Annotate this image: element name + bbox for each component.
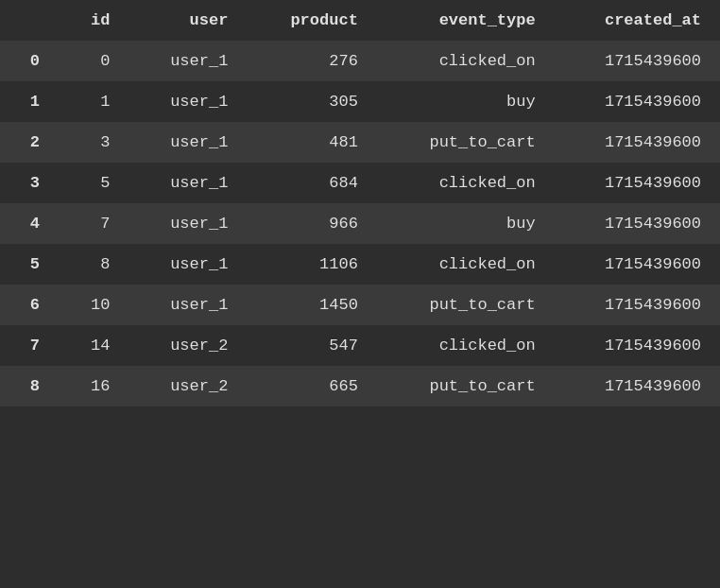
cell-index: 2 — [0, 122, 59, 163]
cell-id: 8 — [59, 244, 129, 285]
header-user: user — [129, 0, 247, 41]
cell-product: 547 — [247, 325, 376, 366]
table-row: 58user_11106clicked_on1715439600 — [0, 244, 720, 285]
cell-created-at: 1715439600 — [555, 122, 720, 163]
cell-index: 7 — [0, 325, 59, 366]
cell-product: 276 — [247, 41, 376, 81]
cell-event-type: put_to_cart — [377, 366, 555, 406]
cell-event-type: clicked_on — [377, 325, 555, 366]
table-row: 714user_2547clicked_on1715439600 — [0, 325, 720, 366]
cell-id: 0 — [59, 41, 129, 81]
cell-id: 5 — [59, 163, 129, 203]
cell-event-type: put_to_cart — [377, 285, 555, 325]
cell-event-type: clicked_on — [377, 163, 555, 203]
cell-index: 8 — [0, 366, 59, 406]
cell-index: 0 — [0, 41, 59, 81]
header-event-type: event_type — [377, 0, 555, 41]
cell-index: 6 — [0, 285, 59, 325]
cell-user: user_1 — [129, 163, 247, 203]
header-created-at: created_at — [555, 0, 720, 41]
cell-event-type: buy — [377, 203, 555, 244]
cell-created-at: 1715439600 — [555, 244, 720, 285]
cell-index: 1 — [0, 81, 59, 122]
header-product: product — [247, 0, 376, 41]
table-header-row: id user product event_type created_at — [0, 0, 720, 41]
cell-index: 3 — [0, 163, 59, 203]
cell-created-at: 1715439600 — [555, 325, 720, 366]
cell-user: user_1 — [129, 285, 247, 325]
cell-id: 10 — [59, 285, 129, 325]
table-row: 816user_2665put_to_cart1715439600 — [0, 366, 720, 406]
table-row: 00user_1276clicked_on1715439600 — [0, 41, 720, 81]
cell-user: user_1 — [129, 203, 247, 244]
cell-created-at: 1715439600 — [555, 81, 720, 122]
cell-user: user_1 — [129, 81, 247, 122]
cell-product: 665 — [247, 366, 376, 406]
cell-product: 684 — [247, 163, 376, 203]
cell-index: 4 — [0, 203, 59, 244]
table-row: 610user_11450put_to_cart1715439600 — [0, 285, 720, 325]
cell-id: 16 — [59, 366, 129, 406]
cell-created-at: 1715439600 — [555, 163, 720, 203]
header-id: id — [59, 0, 129, 41]
cell-event-type: clicked_on — [377, 244, 555, 285]
table-row: 35user_1684clicked_on1715439600 — [0, 163, 720, 203]
cell-id: 1 — [59, 81, 129, 122]
cell-user: user_1 — [129, 41, 247, 81]
table-row: 47user_1966buy1715439600 — [0, 203, 720, 244]
header-index — [0, 0, 59, 41]
cell-product: 1106 — [247, 244, 376, 285]
cell-user: user_2 — [129, 325, 247, 366]
data-table: id user product event_type created_at 00… — [0, 0, 720, 406]
cell-product: 305 — [247, 81, 376, 122]
cell-created-at: 1715439600 — [555, 41, 720, 81]
cell-user: user_1 — [129, 122, 247, 163]
cell-event-type: buy — [377, 81, 555, 122]
cell-id: 7 — [59, 203, 129, 244]
cell-product: 966 — [247, 203, 376, 244]
cell-user: user_1 — [129, 244, 247, 285]
cell-product: 1450 — [247, 285, 376, 325]
cell-created-at: 1715439600 — [555, 285, 720, 325]
cell-event-type: clicked_on — [377, 41, 555, 81]
cell-id: 14 — [59, 325, 129, 366]
table-row: 23user_1481put_to_cart1715439600 — [0, 122, 720, 163]
cell-product: 481 — [247, 122, 376, 163]
table-container: id user product event_type created_at 00… — [0, 0, 720, 406]
table-row: 11user_1305buy1715439600 — [0, 81, 720, 122]
cell-created-at: 1715439600 — [555, 366, 720, 406]
cell-index: 5 — [0, 244, 59, 285]
cell-event-type: put_to_cart — [377, 122, 555, 163]
cell-id: 3 — [59, 122, 129, 163]
cell-created-at: 1715439600 — [555, 203, 720, 244]
cell-user: user_2 — [129, 366, 247, 406]
